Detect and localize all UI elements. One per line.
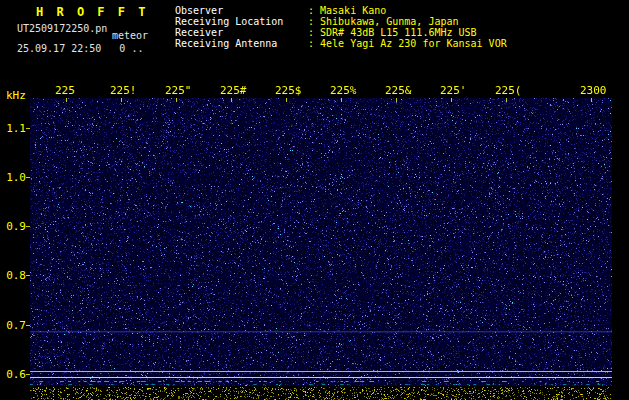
spectrogram-canvas: [30, 98, 612, 386]
info-label-receiving-antenna: Receiving Antenna: [175, 38, 277, 49]
y-axis-freq-label: 0.9: [2, 220, 26, 233]
y-axis-freq-label: 1.1: [2, 122, 26, 135]
x-axis-time-label: 225(: [495, 84, 522, 97]
y-axis-unit-label: kHz: [6, 89, 26, 102]
x-axis-tick: [176, 98, 177, 102]
info-value-receiving-antenna: : 4ele Yagi Az 230 for Kansai VOR: [308, 38, 507, 49]
x-axis-time-label: 225': [440, 84, 467, 97]
hrofft-output-screen: H R O F F T UT2509172250.pn meteor 25.09…: [0, 0, 629, 400]
y-axis-tick: [26, 275, 30, 276]
x-axis-tick: [341, 98, 342, 102]
x-axis-time-label: 225: [55, 84, 75, 97]
x-axis-tick: [451, 98, 452, 102]
output-filename: UT2509172250.pn: [17, 23, 107, 34]
x-axis-tick: [231, 98, 232, 102]
x-axis-time-label: 225#: [220, 84, 247, 97]
x-axis-tick: [591, 98, 592, 102]
y-axis-tick: [26, 128, 30, 129]
station-name: meteor: [112, 30, 148, 41]
info-value-receiver: : SDR# 43dB L15 111.6MHz USB: [308, 27, 477, 38]
x-axis-time-label: 2300: [580, 84, 607, 97]
y-axis-tick: [26, 374, 30, 375]
y-axis-tick: [26, 226, 30, 227]
timestamp: 25.09.17 22:50 0 ..: [17, 43, 143, 54]
y-axis-tick: [26, 325, 30, 326]
signal-level-strip-canvas: [30, 387, 612, 400]
info-value-observer: : Masaki Kano: [308, 5, 386, 16]
x-axis-tick: [506, 98, 507, 102]
x-axis-tick: [121, 98, 122, 102]
x-axis-tick: [396, 98, 397, 102]
info-label-observer: Observer: [175, 5, 223, 16]
y-axis-freq-label: 0.7: [2, 319, 26, 332]
x-axis-tick: [66, 98, 67, 102]
x-axis-time-label: 225!: [110, 84, 137, 97]
x-axis-time-label: 225%: [330, 84, 357, 97]
y-axis-freq-label: 0.8: [2, 269, 26, 282]
y-axis-tick: [26, 177, 30, 178]
info-label-receiver: Receiver: [175, 27, 223, 38]
x-axis-time-label: 225&: [385, 84, 412, 97]
x-axis-tick: [286, 98, 287, 102]
x-axis-time-label: 225": [165, 84, 192, 97]
y-axis-freq-label: 1.0: [2, 171, 26, 184]
app-title: H R O F F T: [36, 5, 148, 19]
info-label-receiving-location: Receiving Location: [175, 16, 283, 27]
info-value-receiving-location: : Shibukawa, Gunma, Japan: [308, 16, 459, 27]
y-axis-freq-label: 0.6: [2, 368, 26, 381]
x-axis-time-label: 225$: [275, 84, 302, 97]
